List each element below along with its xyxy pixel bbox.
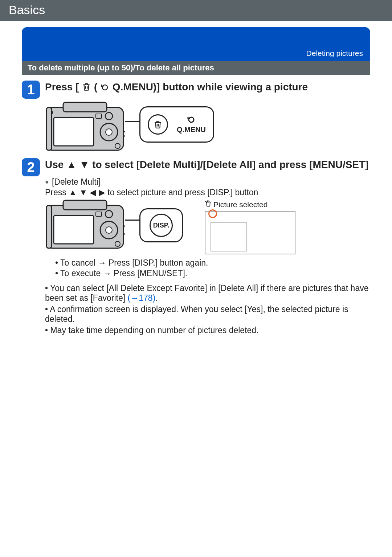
svg-point-5 <box>105 112 113 120</box>
svg-point-4 <box>106 129 112 135</box>
camera-back-illustration <box>45 102 125 152</box>
note-2: A confirmation screen is displayed. When… <box>45 304 370 324</box>
up-down-arrows-icon: ▲ ▼ <box>66 159 89 170</box>
svg-point-17 <box>105 210 113 218</box>
step-2-title: Use ▲ ▼ to select [Delete Multi]/[Delete… <box>45 158 370 171</box>
disp-button-icon: DISP. <box>150 214 173 237</box>
qmenu-label: Q.MENU <box>177 126 206 134</box>
step-1-illustration: Q.MENU <box>45 102 370 152</box>
picture-selected-box <box>205 211 295 254</box>
svg-rect-13 <box>63 200 107 210</box>
svg-rect-2 <box>54 118 94 146</box>
step-1: 1 Press [ ( Q.MENU)] button while viewin… <box>22 81 370 99</box>
step-badge-2: 2 <box>22 158 40 176</box>
return-icon <box>186 115 196 126</box>
sub-header: To delete multiple (up to 50)/To delete … <box>22 61 370 75</box>
page-title: Basics <box>9 3 45 17</box>
picture-selected-label: Picture selected <box>205 200 268 209</box>
four-arrows-icon: ▲ ▼ ◀ ▶ <box>69 188 105 197</box>
trash-icon <box>79 81 94 93</box>
svg-rect-1 <box>63 102 107 112</box>
return-icon <box>97 81 113 93</box>
press-line: Press ▲ ▼ ◀ ▶ to select picture and pres… <box>45 188 370 197</box>
page-header: Basics <box>0 0 392 21</box>
svg-rect-14 <box>54 216 94 244</box>
svg-rect-20 <box>46 205 52 248</box>
trash-button-icon <box>148 114 168 135</box>
section-label: Deleting pictures <box>306 49 363 58</box>
svg-rect-18 <box>96 212 102 216</box>
note-3: May take time depending on number of pic… <box>45 325 370 335</box>
cancel-line: To cancel → Press [DISP.] button again. <box>55 258 370 268</box>
step-1-title: Press [ ( Q.MENU)] button while viewing … <box>45 81 370 94</box>
trash-check-icon <box>205 200 212 209</box>
svg-point-16 <box>106 227 112 233</box>
step-2-illustration-row: DISP. Picture selected <box>45 200 370 254</box>
link-178[interactable]: (→178) <box>128 293 156 303</box>
notes-block: You can select [All Delete Except Favori… <box>45 283 370 335</box>
svg-rect-9 <box>46 107 52 150</box>
step-1-callout: Q.MENU <box>139 106 214 143</box>
note-1: You can select [All Delete Except Favori… <box>45 283 370 303</box>
camera-back-illustration-2 <box>45 200 125 250</box>
execute-line: To execute → Press [MENU/SET]. <box>55 269 370 278</box>
step-badge-1: 1 <box>22 81 40 99</box>
svg-rect-6 <box>96 114 102 118</box>
delete-multi-label: [Delete Multi] <box>45 177 370 187</box>
step-2-callout: DISP. <box>139 208 183 242</box>
selection-marker-icon <box>208 209 217 218</box>
section-banner: Deleting pictures <box>22 27 370 61</box>
step-2: 2 Use ▲ ▼ to select [Delete Multi]/[Dele… <box>22 158 370 176</box>
